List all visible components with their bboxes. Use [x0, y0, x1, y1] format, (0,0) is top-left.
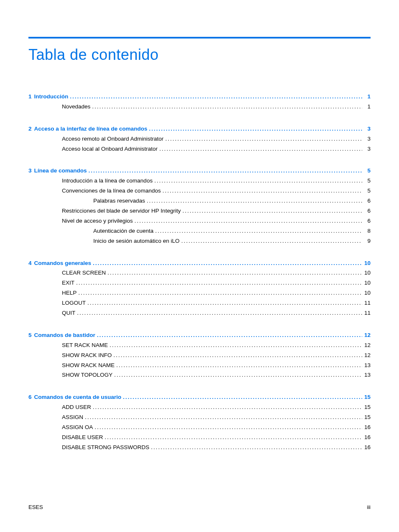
toc-entry[interactable]: LOGOUT11 — [28, 299, 371, 307]
toc-entry[interactable]: ASSIGN15 — [28, 414, 371, 421]
toc-entry[interactable]: QUIT11 — [28, 309, 371, 317]
section-number: 1 — [28, 93, 32, 101]
table-of-contents: 1 Introducción1Novedades12 Acceso a la i… — [28, 93, 371, 452]
toc-section: 1 Introducción1Novedades1 — [28, 93, 371, 111]
section-number: 4 — [28, 260, 32, 267]
dot-leader — [112, 352, 362, 360]
dot-leader — [91, 260, 362, 267]
toc-entry[interactable]: Introducción a la línea de comandos5 — [28, 177, 371, 185]
dot-leader — [161, 187, 362, 195]
dot-leader — [153, 177, 362, 185]
dot-leader — [77, 289, 362, 297]
entry-label: SHOW RACK NAME — [62, 362, 115, 370]
toc-entry[interactable]: SHOW RACK NAME13 — [28, 362, 371, 370]
toc-entry[interactable]: EXIT10 — [28, 279, 371, 287]
toc-entry[interactable]: SHOW TOPOLOGY13 — [28, 371, 371, 379]
toc-entry[interactable]: ASSIGN OA16 — [28, 424, 371, 432]
toc-section-heading[interactable]: 5 Comandos de bastidor12 — [28, 332, 371, 339]
toc-entry[interactable]: Acceso remoto al Onboard Administrator3 — [28, 135, 371, 143]
footer-right: iii — [367, 504, 371, 510]
page-number: 10 — [362, 269, 371, 277]
toc-section: 3 Línea de comandos5Introducción a la lí… — [28, 167, 371, 245]
toc-section: 6 Comandos de cuenta de usuario15ADD USE… — [28, 393, 371, 451]
entry-label: DISABLE STRONG PASSWORDS — [62, 444, 149, 452]
page-number: 6 — [362, 217, 371, 225]
dot-leader — [90, 103, 362, 111]
dot-leader — [181, 207, 362, 215]
toc-section-heading[interactable]: 4 Comandos generales10 — [28, 260, 371, 267]
page-number: 5 — [362, 177, 371, 185]
page-number: 6 — [362, 197, 371, 205]
page-number: 9 — [362, 237, 371, 245]
page-number: 12 — [362, 332, 371, 339]
entry-label: SHOW RACK INFO — [62, 352, 112, 360]
toc-entry[interactable]: Convenciones de la línea de comandos5 — [28, 187, 371, 195]
page-number: 16 — [362, 434, 371, 442]
entry-label: DISABLE USER — [62, 434, 103, 442]
page-title: Tabla de contenido — [28, 46, 371, 64]
toc-section: 4 Comandos generales10CLEAR SCREEN10EXIT… — [28, 260, 371, 317]
toc-section: 5 Comandos de bastidor12SET RACK NAME12S… — [28, 332, 371, 379]
dot-leader — [149, 444, 362, 452]
page-number: 5 — [362, 167, 371, 175]
dot-leader — [147, 125, 362, 133]
section-label: Línea de comandos — [34, 167, 87, 175]
toc-entry[interactable]: SHOW RACK INFO12 — [28, 352, 371, 360]
section-label: Comandos de cuenta de usuario — [34, 393, 122, 401]
entry-label: ASSIGN OA — [62, 424, 93, 432]
footer-left: ESES — [28, 504, 43, 510]
dot-leader — [93, 424, 362, 432]
dot-leader — [145, 197, 362, 205]
entry-label: Acceso remoto al Onboard Administrator — [62, 135, 164, 143]
page-number: 10 — [362, 279, 371, 287]
entry-label: QUIT — [62, 309, 75, 317]
entry-label: CLEAR SCREEN — [62, 269, 106, 277]
dot-leader — [75, 309, 362, 317]
toc-entry[interactable]: Palabras reservadas6 — [28, 197, 371, 205]
toc-entry[interactable]: Acceso local al Onboard Administrator3 — [28, 145, 371, 153]
page-number: 6 — [362, 207, 371, 215]
dot-leader — [113, 371, 362, 379]
toc-entry[interactable]: DISABLE STRONG PASSWORDS16 — [28, 444, 371, 452]
dot-leader — [83, 414, 362, 421]
toc-entry[interactable]: Restricciones del blade de servidor HP I… — [28, 207, 371, 215]
toc-entry[interactable]: DISABLE USER16 — [28, 434, 371, 442]
section-number: 2 — [28, 125, 32, 133]
toc-section-heading[interactable]: 2 Acceso a la interfaz de línea de coman… — [28, 125, 371, 133]
toc-entry[interactable]: CLEAR SCREEN10 — [28, 269, 371, 277]
page-number: 10 — [362, 260, 371, 267]
dot-leader — [133, 217, 362, 225]
entry-label: Introducción a la línea de comandos — [62, 177, 153, 185]
section-label: Comandos generales — [34, 260, 92, 267]
entry-label: ASSIGN — [62, 414, 83, 421]
page-number: 1 — [362, 93, 371, 101]
toc-entry[interactable]: Autenticación de cuenta8 — [28, 227, 371, 235]
toc-section-heading[interactable]: 6 Comandos de cuenta de usuario15 — [28, 393, 371, 401]
entry-label: Novedades — [62, 103, 90, 111]
toc-entry[interactable]: Nivel de acceso y privilegios6 — [28, 217, 371, 225]
dot-leader — [153, 227, 362, 235]
entry-label: LOGOUT — [62, 299, 86, 307]
toc-entry[interactable]: HELP10 — [28, 289, 371, 297]
toc-entry[interactable]: ADD USER15 — [28, 403, 371, 411]
section-number: 5 — [28, 332, 32, 339]
entry-label: Palabras reservadas — [93, 197, 145, 205]
toc-entry[interactable]: Inicio de sesión automático en iLO9 — [28, 237, 371, 245]
section-number: 3 — [28, 167, 32, 175]
dot-leader — [121, 393, 362, 401]
page-number: 5 — [362, 187, 371, 195]
entry-label: Convenciones de la línea de comandos — [62, 187, 161, 195]
section-label: Acceso a la interfaz de línea de comando… — [34, 125, 148, 133]
toc-entry[interactable]: SET RACK NAME12 — [28, 342, 371, 350]
dot-leader — [158, 145, 362, 153]
section-label: Introducción — [34, 93, 69, 101]
toc-entry[interactable]: Novedades1 — [28, 103, 371, 111]
section-label: Comandos de bastidor — [34, 332, 95, 339]
toc-section-heading[interactable]: 1 Introducción1 — [28, 93, 371, 101]
dot-leader — [74, 279, 362, 287]
section-number: 6 — [28, 393, 32, 401]
page-number: 12 — [362, 352, 371, 360]
entry-label: EXIT — [62, 279, 74, 287]
toc-section-heading[interactable]: 3 Línea de comandos5 — [28, 167, 371, 175]
dot-leader — [108, 342, 362, 350]
